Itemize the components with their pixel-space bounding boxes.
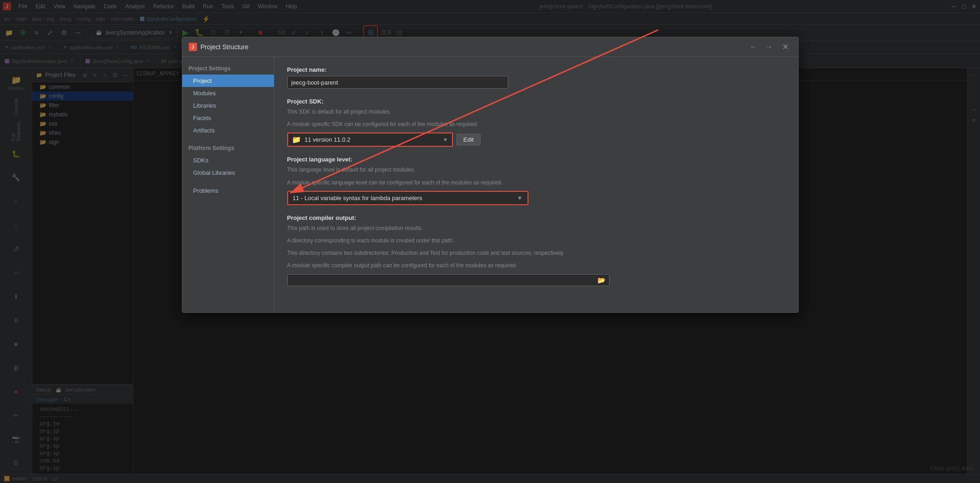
- sdk-label: Project SDK:: [287, 98, 785, 105]
- modal-project-structure: J Project Structure ← → ✕ Project Settin…: [182, 37, 799, 313]
- compiler-output-section: Project compiler output: This path is us…: [287, 214, 785, 286]
- modal-title: Project Structure: [201, 43, 743, 51]
- modal-header: J Project Structure ← → ✕: [182, 37, 798, 57]
- lang-dropdown-arrow: ▼: [517, 195, 523, 201]
- sdk-dropdown-arrow: ▼: [443, 137, 448, 143]
- lang-value-text: 11 - Local variable syntax for lambda pa…: [293, 195, 513, 201]
- sdk-section: Project SDK: This SDK is default for all…: [287, 98, 785, 147]
- modal-logo-icon: J: [189, 43, 197, 51]
- modal-overlay: J Project Structure ← → ✕ Project Settin…: [0, 0, 980, 483]
- compiler-output-label: Project compiler output:: [287, 214, 785, 221]
- lang-desc-1: This language level is default for all p…: [287, 166, 785, 174]
- modal-content-area: Project name: Project SDK: This SDK is d…: [274, 57, 798, 312]
- sdk-select-row: 📁 11 version 11.0.2 ▼ Edit: [287, 132, 785, 147]
- sdk-value-text: 11 version 11.0.2: [305, 136, 439, 143]
- sidebar-item-modules[interactable]: Modules: [182, 87, 274, 99]
- sdk-edit-button[interactable]: Edit: [457, 134, 481, 145]
- sdk-desc-2: A module specific SDK can be configured …: [287, 120, 785, 129]
- project-name-label: Project name:: [287, 66, 785, 73]
- modal-back-button[interactable]: ←: [747, 42, 760, 52]
- compiler-output-desc-3: This directory contains two subdirectori…: [287, 249, 785, 258]
- project-settings-section-label: Project Settings: [182, 63, 274, 75]
- compiler-output-desc-4: A module specific compiler output path c…: [287, 261, 785, 270]
- modal-body: Project Settings Project Modules Librari…: [182, 57, 798, 312]
- platform-settings-section-label: Platform Settings: [182, 142, 274, 154]
- lang-desc-2: A module specific language level can be …: [287, 178, 785, 187]
- sidebar-item-libraries[interactable]: Libraries: [182, 99, 274, 112]
- sdk-dropdown[interactable]: 📁 11 version 11.0.2 ▼: [287, 132, 453, 147]
- sdk-desc-1: This SDK is default for all project modu…: [287, 108, 785, 116]
- modal-sidebar: Project Settings Project Modules Librari…: [182, 57, 274, 312]
- compiler-output-desc-1: This path is used to store all project c…: [287, 224, 785, 233]
- modal-nav-buttons: ← →: [747, 42, 776, 52]
- modal-close-button[interactable]: ✕: [779, 41, 792, 53]
- folder-open-icon: 📂: [597, 276, 605, 284]
- sidebar-item-artifacts[interactable]: Artifacts: [182, 124, 274, 137]
- sidebar-item-global-libraries[interactable]: Global Libraries: [182, 167, 274, 179]
- lang-label: Project language level:: [287, 156, 785, 163]
- lang-dropdown-wrapper: 11 - Local variable syntax for lambda pa…: [287, 191, 528, 205]
- compiler-output-desc-2: A directory corresponding to each module…: [287, 236, 785, 245]
- lang-section: Project language level: This language le…: [287, 156, 785, 205]
- sidebar-item-sdks[interactable]: SDKs: [182, 154, 274, 167]
- project-name-input[interactable]: [287, 76, 508, 89]
- modal-forward-button[interactable]: →: [763, 42, 776, 52]
- lang-dropdown[interactable]: 11 - Local variable syntax for lambda pa…: [288, 192, 528, 204]
- sidebar-item-facets[interactable]: Facets: [182, 112, 274, 124]
- sidebar-item-problems[interactable]: Problems: [182, 184, 274, 197]
- compiler-output-field[interactable]: 📂: [287, 274, 609, 286]
- sidebar-item-project[interactable]: Project: [182, 75, 274, 87]
